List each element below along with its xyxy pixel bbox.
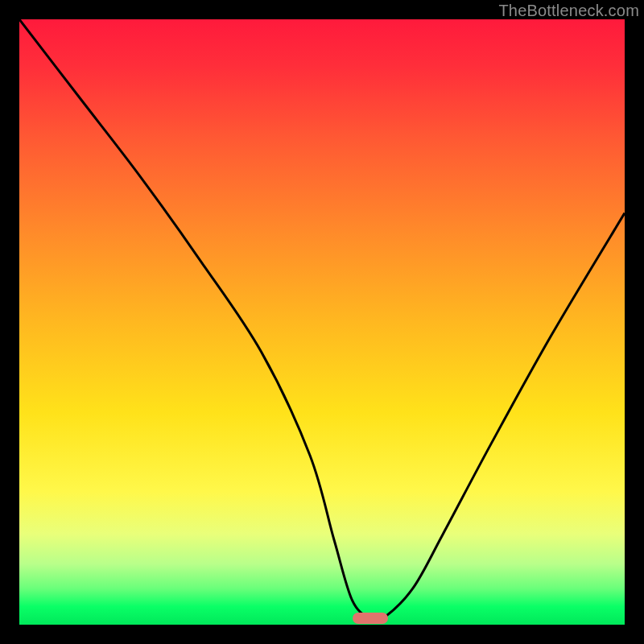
- min-marker: [353, 613, 388, 624]
- chart-frame: [19, 19, 625, 625]
- bottleneck-curve: [19, 19, 625, 621]
- watermark-text: TheBottleneck.com: [498, 2, 639, 20]
- chart-curve-layer: [19, 19, 625, 625]
